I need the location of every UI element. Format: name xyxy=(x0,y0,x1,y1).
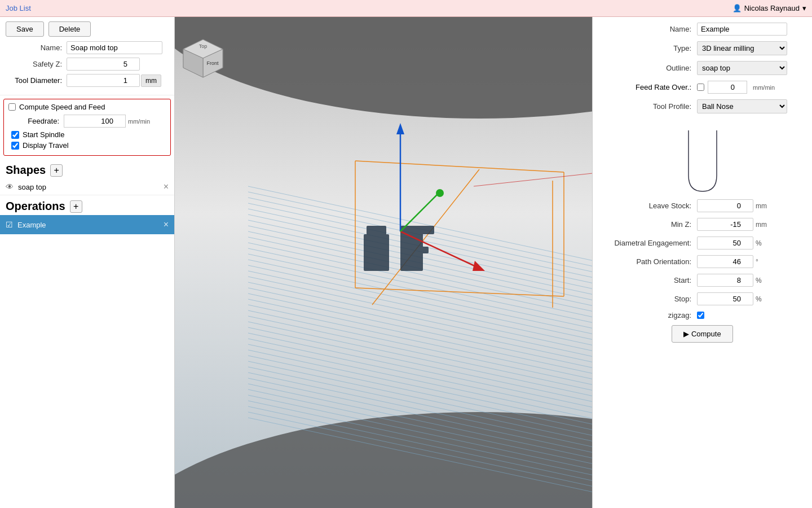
right-min-z-input[interactable] xyxy=(697,218,753,231)
cube-svg: Top Front xyxy=(180,37,226,82)
right-start-label: Start: xyxy=(601,276,691,284)
shapes-add-button[interactable]: + xyxy=(50,164,63,177)
user-icon: 👤 xyxy=(732,4,742,12)
shapes-title: Shapes xyxy=(6,164,46,177)
right-type-row: Type: 3D linear milling 2D contour Pocke… xyxy=(601,41,804,55)
feed-rate-checkbox-wrap: mm/min xyxy=(697,81,775,94)
name-row: Name: xyxy=(6,41,169,54)
user-menu[interactable]: 👤 Nicolas Raynaud ▾ xyxy=(732,4,806,12)
right-leave-stock-label: Leave Stock: xyxy=(601,202,691,210)
right-zigzag-checkbox[interactable] xyxy=(697,312,704,319)
right-feed-rate-label: Feed Rate Over.: xyxy=(601,83,691,91)
right-type-label: Type: xyxy=(601,44,691,52)
user-name: Nicolas Raynaud xyxy=(744,4,800,12)
svg-rect-57 xyxy=(364,234,389,271)
viewport[interactable]: Sorry, there is no mouse selection in th… xyxy=(175,17,592,508)
name-label: Name: xyxy=(6,43,62,52)
operation-check-icon: ☑ xyxy=(6,220,13,229)
svg-point-67 xyxy=(436,189,444,197)
display-travel-checkbox[interactable] xyxy=(11,142,19,150)
eye-icon[interactable]: 👁 xyxy=(6,182,14,191)
save-button[interactable]: Save xyxy=(6,21,44,37)
min-z-unit: mm xyxy=(756,221,767,229)
ball-nose-svg xyxy=(657,119,748,192)
svg-text:Top: Top xyxy=(199,43,208,49)
shape-remove-button[interactable]: × xyxy=(164,182,169,192)
right-min-z-label: Min Z: xyxy=(601,220,691,229)
right-outline-label: Outline: xyxy=(601,64,691,72)
right-zigzag-label: zigzag: xyxy=(601,311,691,319)
display-travel-label: Display Travel xyxy=(23,141,69,150)
right-name-input[interactable] xyxy=(697,23,787,36)
right-name-label: Name: xyxy=(601,25,691,33)
feedrate-row: Feedrate: mm/min xyxy=(8,115,166,128)
operations-header: Operations + xyxy=(0,195,174,215)
right-zigzag-row: zigzag: xyxy=(601,311,804,319)
path-orientation-unit: ° xyxy=(756,258,758,266)
safety-z-input[interactable] xyxy=(67,58,140,71)
right-start-input[interactable] xyxy=(697,274,753,287)
feed-rate-unit: mm/min xyxy=(753,84,775,91)
right-diametral-label: Diametral Engagement: xyxy=(601,239,691,247)
operation-remove-button[interactable]: × xyxy=(164,220,169,230)
feedrate-label: Feedrate: xyxy=(8,117,59,125)
right-start-row: Start: % xyxy=(601,274,804,287)
right-stop-input[interactable] xyxy=(697,292,753,305)
stop-unit: % xyxy=(756,295,762,303)
display-travel-row: Display Travel xyxy=(8,141,166,150)
compute-checkbox-row: Compute Speed and Feed xyxy=(8,103,166,111)
right-path-orientation-row: Path Orientation: ° xyxy=(601,255,804,268)
start-spindle-checkbox[interactable] xyxy=(11,131,19,139)
main-layout: Save Delete Name: Safety Z: Tool Diamete… xyxy=(0,17,812,508)
feedrate-input[interactable] xyxy=(64,115,126,128)
right-panel: Name: Type: 3D linear milling 2D contour… xyxy=(592,17,812,508)
save-delete-section: Save Delete Name: Safety Z: Tool Diamete… xyxy=(0,17,174,95)
start-spindle-row: Start Spindle xyxy=(8,130,166,139)
compute-speed-section: Compute Speed and Feed Feedrate: mm/min … xyxy=(3,99,171,156)
list-item[interactable]: ☑ Example × xyxy=(0,215,174,234)
topbar: Job List 👤 Nicolas Raynaud ▾ xyxy=(0,0,812,17)
start-spindle-label: Start Spindle xyxy=(23,130,64,139)
shapes-header: Shapes + xyxy=(0,159,174,179)
name-input[interactable] xyxy=(67,41,162,54)
safety-z-row: Safety Z: xyxy=(6,58,169,71)
right-path-orientation-input[interactable] xyxy=(697,255,753,268)
right-path-orientation-label: Path Orientation: xyxy=(601,257,691,266)
tool-diameter-row: Tool Diameter: mm xyxy=(6,74,169,87)
right-leave-stock-input[interactable] xyxy=(697,199,753,212)
svg-text:Front: Front xyxy=(206,60,219,66)
job-list-link[interactable]: Job List xyxy=(6,4,31,12)
compute-button[interactable]: ▶ Compute xyxy=(672,325,732,343)
compute-speed-checkbox[interactable] xyxy=(8,103,16,111)
diametral-unit: % xyxy=(756,239,762,247)
right-outline-row: Outline: soap top xyxy=(601,61,804,75)
shape-name: soap top xyxy=(18,183,159,191)
right-outline-select[interactable]: soap top xyxy=(697,61,787,75)
right-type-select[interactable]: 3D linear milling 2D contour Pocket Dril… xyxy=(697,41,787,55)
viewport-background xyxy=(175,17,592,508)
list-item: 👁 soap top × xyxy=(0,179,174,195)
compute-btn-section: ▶ Compute xyxy=(601,325,804,343)
leave-stock-unit: mm xyxy=(756,202,767,210)
cube-widget[interactable]: Top Front xyxy=(180,37,226,87)
unit-mm-button[interactable]: mm xyxy=(141,75,161,87)
right-diametral-row: Diametral Engagement: % xyxy=(601,237,804,249)
compute-speed-label: Compute Speed and Feed xyxy=(19,103,105,111)
right-stop-row: Stop: % xyxy=(601,292,804,305)
safety-z-label: Safety Z: xyxy=(6,60,62,68)
right-tool-profile-select[interactable]: Ball Nose Flat End V-Bit xyxy=(697,99,787,113)
tool-diameter-input[interactable] xyxy=(67,74,140,87)
right-name-row: Name: xyxy=(601,23,804,36)
operation-name: Example xyxy=(17,221,159,229)
svg-rect-61 xyxy=(400,247,429,253)
left-panel: Save Delete Name: Safety Z: Tool Diamete… xyxy=(0,17,175,508)
operations-add-button[interactable]: + xyxy=(70,200,82,213)
feed-rate-checkbox[interactable] xyxy=(697,84,704,91)
right-tool-profile-row: Tool Profile: Ball Nose Flat End V-Bit xyxy=(601,99,804,113)
delete-button[interactable]: Delete xyxy=(48,21,91,37)
shapes-list: 👁 soap top × xyxy=(0,179,174,195)
right-diametral-input[interactable] xyxy=(697,237,753,249)
right-leave-stock-row: Leave Stock: mm xyxy=(601,199,804,212)
start-unit: % xyxy=(756,277,762,284)
feed-rate-input[interactable] xyxy=(708,81,747,94)
